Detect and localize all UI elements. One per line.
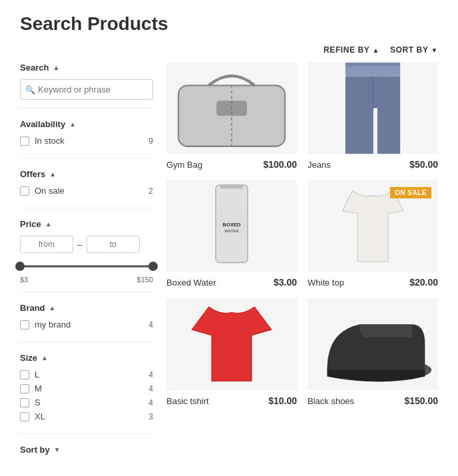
- sort-by-filter-title[interactable]: Sort by ▼: [20, 445, 153, 455]
- instock-count: 9: [148, 136, 153, 146]
- brand-filter-title[interactable]: Brand ▲: [20, 303, 153, 313]
- product-card[interactable]: Gym Bag$100.00: [166, 63, 297, 170]
- price-inputs: –: [20, 236, 153, 253]
- svg-rect-5: [345, 63, 400, 66]
- offers-filter-title[interactable]: Offers ▲: [20, 169, 153, 179]
- size-S-label: S: [35, 397, 41, 407]
- size-XL-checkbox[interactable]: [20, 412, 29, 421]
- product-grid: Gym Bag$100.00 Jeans$50.00 BOXED WATER B…: [166, 63, 438, 406]
- mybrand-checkbox[interactable]: [20, 320, 29, 330]
- product-price: $100.00: [263, 159, 297, 170]
- price-from-input[interactable]: [20, 236, 73, 253]
- onsale-checkbox[interactable]: [20, 186, 29, 196]
- instock-checkbox[interactable]: [20, 136, 29, 146]
- size-XL-label: XL: [35, 411, 45, 421]
- product-name: Jeans: [308, 160, 331, 170]
- product-image-placeholder: [308, 298, 438, 389]
- brand-section: Brand ▲ my brand 4: [20, 303, 153, 342]
- top-bar: REFINE BY ▲ SORT BY ▼: [20, 45, 438, 55]
- offers-chevron-icon: ▲: [49, 170, 56, 178]
- price-max-label: $150: [137, 276, 153, 284]
- refine-by-button[interactable]: REFINE BY ▲: [324, 45, 379, 55]
- product-info: Boxed Water$3.00: [166, 277, 297, 288]
- product-card[interactable]: ON SALEWhite top$20.00: [308, 180, 438, 288]
- product-price: $10.00: [268, 395, 297, 406]
- offers-option-onsale: On sale 2: [20, 186, 153, 196]
- product-image-placeholder: [166, 63, 297, 154]
- search-filter-title[interactable]: Search ▲: [20, 63, 153, 73]
- mybrand-label: my brand: [35, 320, 71, 330]
- products-container: Gym Bag$100.00 Jeans$50.00 BOXED WATER B…: [166, 63, 438, 476]
- page-container: Search Products REFINE BY ▲ SORT BY ▼ Se…: [0, 0, 458, 476]
- svg-rect-2: [216, 101, 247, 116]
- size-option-L: L 4: [20, 369, 153, 379]
- product-name: White top: [308, 278, 344, 288]
- product-image-wrap: [308, 298, 438, 389]
- svg-text:BOXED: BOXED: [223, 222, 241, 228]
- product-card[interactable]: BOXED WATER Boxed Water$3.00: [166, 180, 297, 288]
- product-info: Jeans$50.00: [308, 159, 438, 170]
- availability-chevron-icon: ▲: [69, 120, 76, 128]
- search-chevron-icon: ▲: [53, 64, 59, 71]
- sidebar: Search ▲ 🔍 Availability ▲ In stock: [20, 63, 153, 476]
- product-card[interactable]: Black shoes$150.00: [308, 298, 438, 405]
- size-S-checkbox[interactable]: [20, 398, 29, 407]
- brand-chevron-icon: ▲: [49, 304, 56, 312]
- search-section: Search ▲ 🔍: [20, 63, 153, 109]
- size-section: Size ▲ L 4 M 4: [20, 353, 153, 434]
- search-input[interactable]: [20, 79, 153, 100]
- price-section: Price ▲ – $3 $150: [20, 219, 153, 292]
- product-name: Gym Bag: [166, 160, 202, 170]
- price-separator: –: [77, 239, 83, 250]
- onsale-label: On sale: [35, 186, 65, 196]
- mybrand-count: 4: [148, 320, 153, 330]
- search-input-wrap: 🔍: [20, 79, 153, 100]
- size-S-count: 4: [148, 398, 153, 407]
- product-info: Basic tshirt$10.00: [166, 395, 297, 406]
- search-icon: 🔍: [25, 85, 35, 95]
- product-info: Black shoes$150.00: [308, 395, 438, 406]
- product-image-wrap: ON SALE: [308, 180, 438, 272]
- size-M-checkbox[interactable]: [20, 384, 29, 393]
- size-L-count: 4: [148, 370, 153, 379]
- size-option-XL: XL 3: [20, 411, 153, 421]
- svg-rect-0: [178, 85, 285, 146]
- product-name: Boxed Water: [166, 278, 216, 288]
- svg-text:WATER: WATER: [224, 228, 239, 233]
- product-image-wrap: [308, 63, 438, 154]
- product-price: $3.00: [274, 277, 297, 288]
- size-option-M: M 4: [20, 383, 153, 393]
- product-card[interactable]: Basic tshirt$10.00: [166, 298, 297, 405]
- product-image-placeholder: [166, 298, 297, 389]
- product-image-wrap: BOXED WATER: [166, 180, 297, 272]
- price-chevron-icon: ▲: [45, 220, 52, 228]
- sortby-chevron-icon: ▼: [54, 446, 61, 453]
- main-layout: Search ▲ 🔍 Availability ▲ In stock: [20, 63, 438, 476]
- price-filter-title[interactable]: Price ▲: [20, 219, 153, 229]
- size-filter-title[interactable]: Size ▲: [20, 353, 153, 363]
- size-L-checkbox[interactable]: [20, 370, 29, 379]
- size-chevron-icon: ▲: [41, 354, 48, 361]
- page-title: Search Products: [20, 13, 438, 35]
- product-info: White top$20.00: [308, 277, 438, 288]
- on-sale-badge: ON SALE: [390, 187, 431, 198]
- product-price: $50.00: [409, 159, 438, 170]
- slider-thumb-right[interactable]: [148, 262, 158, 271]
- sort-by-top-button[interactable]: SORT BY ▼: [390, 45, 438, 55]
- availability-filter-title[interactable]: Availability ▲: [20, 119, 153, 129]
- refine-chevron-icon: ▲: [372, 47, 379, 54]
- product-image-wrap: [166, 298, 297, 389]
- price-min-label: $3: [20, 276, 28, 284]
- product-card[interactable]: Jeans$50.00: [308, 63, 438, 170]
- slider-thumb-left[interactable]: [15, 262, 25, 271]
- onsale-count: 2: [148, 186, 153, 196]
- size-option-S: S 4: [20, 397, 153, 407]
- price-to-input[interactable]: [87, 236, 140, 253]
- product-info: Gym Bag$100.00: [166, 159, 297, 170]
- availability-option-instock: In stock 9: [20, 136, 153, 146]
- sort-chevron-icon: ▼: [431, 47, 439, 54]
- svg-rect-7: [220, 185, 243, 188]
- size-L-label: L: [35, 369, 39, 379]
- size-M-label: M: [35, 383, 42, 393]
- availability-section: Availability ▲ In stock 9: [20, 119, 153, 158]
